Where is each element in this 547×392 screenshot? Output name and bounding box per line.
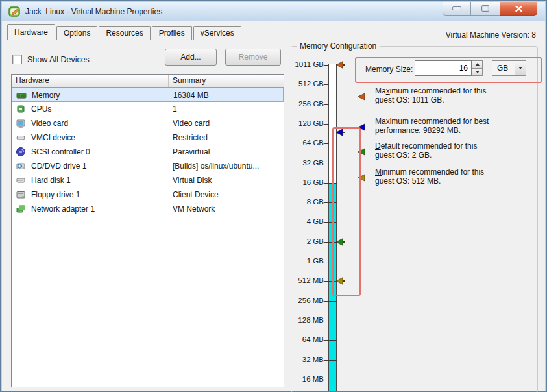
table-row[interactable]: CD/DVD drive 1[Builds] os/linux/ubuntu..…: [12, 159, 284, 173]
hardware-column-header[interactable]: Hardware: [12, 75, 169, 87]
scale-tick-mark: [324, 164, 329, 164]
recommendation-item: Default recommended for thisguest OS: 2 …: [358, 141, 528, 160]
memory-slider-track[interactable]: [328, 64, 337, 391]
scale-tick-mark: [324, 262, 337, 262]
recommendation-text: Maximum recommended for bestperformance:…: [375, 117, 528, 135]
min-marker: [335, 277, 346, 285]
scale-tick-mark: [324, 321, 337, 321]
summary-column-header[interactable]: Summary: [169, 75, 284, 87]
scale-tick-label: 512 GB: [289, 80, 324, 88]
tab-resources[interactable]: Resources: [99, 26, 150, 40]
device-name: SCSI controller 0: [31, 147, 90, 156]
memory-size-input[interactable]: [415, 60, 472, 76]
cd-dvd-drive-icon: [16, 161, 26, 171]
scale-tick-mark: [324, 301, 337, 302]
memory-icon: [16, 90, 27, 101]
hardware-table: Hardware Summary Memory16384 MBCPUs1Vide…: [11, 74, 284, 387]
memory-size-label: Memory Size:: [365, 65, 413, 74]
table-row[interactable]: Memory16384 MB: [12, 88, 284, 102]
memory-unit-value: GB: [492, 64, 515, 73]
maximize-button[interactable]: [471, 2, 500, 16]
device-summary: Video card: [173, 119, 210, 128]
scale-tick-label: 16 MB: [289, 375, 324, 383]
floppy-drive-icon: [16, 190, 26, 200]
recommendation-text: Minimum recommended for thisguest OS: 51…: [375, 167, 528, 186]
recommendation-marker-icon: [358, 174, 365, 182]
memory-size-spinner: [472, 60, 483, 76]
hardware-rows: Memory16384 MBCPUs1Video cardVideo cardV…: [12, 88, 284, 216]
device-summary: Paravirtual: [173, 147, 210, 156]
device-name: CPUs: [31, 104, 51, 114]
scale-tick-mark: [324, 202, 337, 203]
memory-configuration-panel: Memory Configuration 1011 GB512 GB256 GB…: [287, 40, 545, 391]
scale-tick-mark: [324, 360, 337, 361]
add-button[interactable]: Add...: [165, 49, 217, 66]
window-title: Jack_Linux - Virtual Machine Properties: [25, 7, 162, 16]
scale-tick-label: 1011 GB: [289, 60, 324, 68]
scale-tick-label: 32 GB: [289, 159, 324, 167]
max-performance-marker: [335, 129, 346, 136]
cpu-icon: [16, 104, 26, 114]
recommendation-marker-icon: [358, 93, 365, 101]
scale-tick-label: 64 MB: [289, 336, 324, 343]
tab-profiles[interactable]: Profiles: [152, 26, 192, 40]
scale-tick-label: 32 MB: [289, 356, 324, 363]
scale-tick-label: 128 GB: [289, 119, 324, 127]
window-controls: [443, 2, 537, 16]
table-row[interactable]: VMCI deviceRestricted: [12, 130, 284, 145]
table-row[interactable]: Video cardVideo card: [12, 116, 284, 130]
close-button[interactable]: [500, 2, 537, 16]
titlebar: Jack_Linux - Virtual Machine Properties: [2, 2, 545, 21]
vm-version-label: Virtual Machine Version: 8: [446, 31, 536, 40]
device-summary: 16384 MB: [173, 91, 209, 100]
tab-hardware[interactable]: Hardware: [7, 24, 55, 40]
device-name: CD/DVD drive 1: [31, 162, 86, 171]
video-card-icon: [16, 118, 26, 129]
network-adapter-icon: [16, 204, 26, 214]
vmware-vm-icon: [8, 6, 20, 18]
table-row[interactable]: Network adapter 1VM Network: [12, 202, 284, 216]
scale-tick-label: 1 GB: [289, 257, 324, 265]
table-row[interactable]: CPUs1: [12, 102, 284, 116]
hard-disk-icon: [16, 175, 26, 186]
vm-properties-window: Jack_Linux - Virtual Machine Properties …: [0, 0, 547, 392]
device-summary: Restricted: [173, 133, 208, 142]
device-summary: VM Network: [173, 204, 215, 214]
minimize-button[interactable]: [443, 2, 471, 16]
memory-unit-select[interactable]: GB: [492, 60, 526, 76]
remove-button[interactable]: Remove: [225, 49, 281, 66]
scale-tick-mark: [324, 65, 329, 66]
scale-tick-mark: [324, 340, 337, 341]
scale-tick-label: 16 GB: [289, 178, 324, 186]
table-row[interactable]: SCSI controller 0Paravirtual: [12, 145, 284, 159]
scale-tick-label: 2 GB: [289, 238, 324, 245]
device-name: Memory: [32, 91, 60, 100]
scale-tick-label: 128 MB: [289, 316, 324, 324]
chevron-down-icon: [518, 67, 522, 69]
scsi-controller-icon: [16, 147, 26, 157]
max-guest-os-marker: [335, 61, 346, 69]
table-row[interactable]: Floppy drive 1Client Device: [12, 188, 284, 202]
device-summary: 1: [173, 104, 177, 114]
checkbox-box-icon: [12, 55, 22, 64]
device-name: Video card: [31, 119, 68, 128]
show-all-devices-label: Show All Devices: [27, 55, 90, 64]
table-row[interactable]: Hard disk 1Virtual Disk: [12, 173, 284, 188]
recommendation-item: Minimum recommended for thisguest OS: 51…: [358, 167, 528, 186]
recommendation-item: Maximum recommended for thisguest OS: 10…: [358, 86, 528, 104]
tab-strip: HardwareOptionsResourcesProfilesvService…: [7, 24, 243, 40]
combo-dropdown-button[interactable]: [515, 61, 526, 75]
scale-tick-label: 64 GB: [289, 139, 324, 147]
scale-tick-mark: [324, 143, 329, 144]
recommendation-item: Maximum recommended for bestperformance:…: [358, 117, 528, 135]
spin-up-button[interactable]: [472, 60, 483, 68]
spin-down-button[interactable]: [472, 68, 483, 77]
default-marker: [335, 238, 346, 246]
device-summary: Client Device: [173, 190, 219, 199]
minimize-icon: [452, 6, 461, 10]
device-summary: Virtual Disk: [173, 176, 212, 185]
show-all-devices-checkbox[interactable]: Show All Devices: [12, 55, 90, 64]
scale-tick-mark: [324, 380, 337, 380]
tab-vservices[interactable]: vServices: [193, 26, 241, 40]
tab-options[interactable]: Options: [56, 26, 97, 40]
